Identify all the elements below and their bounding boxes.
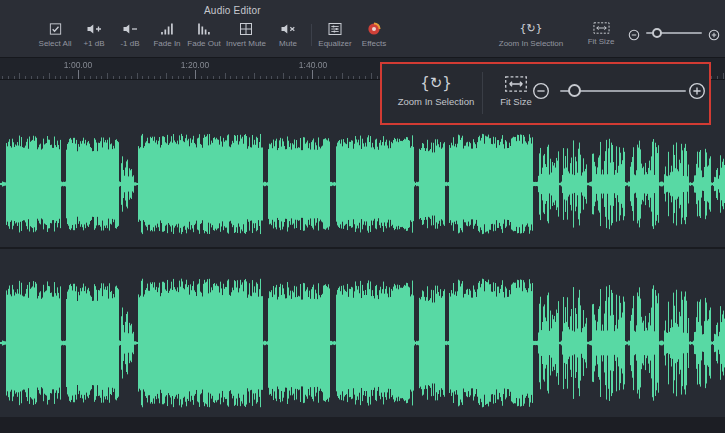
fit-size-button[interactable]: Fit Size: [578, 21, 624, 46]
waveform-canvas-2[interactable]: [0, 249, 725, 419]
ruler-label: 1:40.00: [299, 60, 327, 70]
zoom-in-icon: [688, 82, 706, 100]
app-title: Audio Editor: [204, 5, 261, 16]
effects-button[interactable]: Effects: [352, 21, 396, 48]
toolbar: Audio Editor Select All +1 dB -1 dB Fade…: [0, 0, 725, 58]
select-all-icon: [48, 21, 63, 37]
ruler-label: 1:20.00: [181, 60, 209, 70]
zoom-out-icon: [532, 82, 550, 100]
fade-in-icon: [159, 21, 175, 37]
invert-mute-button[interactable]: Invert Mute: [220, 21, 272, 48]
callout-separator: [482, 72, 483, 114]
invert-mute-icon: [238, 21, 254, 37]
fade-out-icon: [196, 21, 212, 37]
zoom-slider-handle-large[interactable]: [568, 84, 581, 97]
equalizer-icon: [327, 21, 343, 37]
zoom-in-icon: [708, 29, 720, 41]
audio-editor-window: Audio Editor Select All +1 dB -1 dB Fade…: [0, 0, 725, 433]
zoom-in-selection-label: Zoom In Selection: [496, 39, 566, 48]
zoom-in-selection-button[interactable]: {↻} Zoom In Selection: [496, 21, 566, 48]
zoom-in-selection-button-large[interactable]: {↻} Zoom In Selection: [390, 71, 482, 107]
volume-down-icon: [122, 21, 138, 37]
mute-label: Mute: [268, 39, 308, 48]
zoom-in-button[interactable]: [708, 27, 720, 45]
ruler-label: 1:00.00: [64, 60, 92, 70]
invert-mute-label: Invert Mute: [220, 39, 272, 48]
zoom-in-selection-icon: {↻}: [390, 71, 482, 95]
zoom-out-button-large[interactable]: [532, 82, 550, 104]
zoom-slider-handle[interactable]: [652, 28, 662, 38]
zoom-in-selection-icon: {↻}: [496, 21, 566, 37]
effects-icon: [366, 21, 382, 37]
effects-label: Effects: [352, 39, 396, 48]
fit-size-label: Fit Size: [578, 37, 624, 46]
fit-size-icon: [593, 21, 610, 35]
mute-button[interactable]: Mute: [268, 21, 308, 48]
zoom-out-icon: [628, 29, 640, 41]
zoom-in-button-large[interactable]: [688, 82, 706, 104]
volume-up-icon: [86, 21, 102, 37]
zoom-callout-highlight: {↻} Zoom In Selection Fit Size: [380, 62, 711, 125]
zoom-out-button[interactable]: [628, 27, 640, 45]
bottom-bar: [0, 417, 725, 433]
zoom-in-selection-label: Zoom In Selection: [390, 96, 482, 107]
mute-icon: [280, 21, 296, 37]
waveform-track-2[interactable]: [0, 247, 725, 419]
